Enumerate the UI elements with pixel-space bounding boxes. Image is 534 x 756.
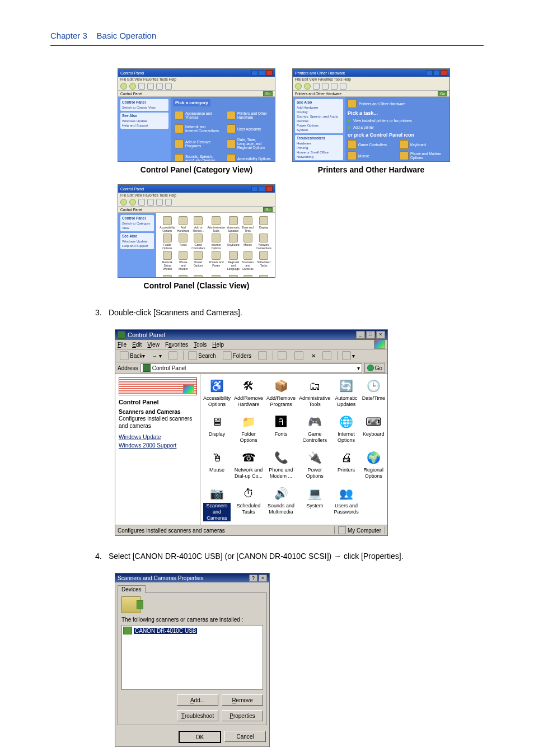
go-button[interactable]: Go — [263, 91, 273, 96]
close-icon[interactable] — [266, 186, 273, 192]
minimize-icon[interactable] — [251, 186, 258, 192]
control-panel-icon-item[interactable]: 🖨Printers — [334, 449, 359, 479]
side-link[interactable]: Sounds, Speech, and Audio Devices — [297, 114, 341, 123]
mini-menubar[interactable]: File Edit View Favorites Tools Help — [118, 193, 275, 198]
side-link[interactable]: Help and Support — [122, 244, 152, 248]
views-icon[interactable] — [165, 199, 172, 206]
maximize-button[interactable]: □ — [366, 331, 375, 339]
classic-icon-item[interactable]: Scheduled Tasks — [256, 251, 271, 274]
classic-icon-item[interactable]: Date and Time — [242, 216, 254, 232]
classic-icon-item[interactable]: Mouse — [242, 234, 254, 250]
classic-icon-item[interactable]: Network Setup Wizard — [160, 251, 175, 274]
classic-icon-item[interactable]: Taskbar and Start Menu — [227, 275, 240, 278]
windows-support-link[interactable]: Windows 2000 Support — [119, 441, 197, 450]
mini-menubar[interactable]: File Edit View Favorites Tools Help — [293, 77, 449, 82]
menu-favorites[interactable]: Favorites — [165, 342, 188, 348]
classic-icon-item[interactable]: Fonts — [177, 234, 190, 250]
menu-view[interactable]: View — [147, 342, 160, 348]
classic-icon-item[interactable]: Add Hardware — [177, 216, 190, 232]
category-item[interactable]: Add or Remove Programs — [173, 137, 221, 151]
category-item[interactable]: Accessibility Options — [225, 153, 273, 162]
classic-icon-item[interactable]: Accessibility Options — [160, 216, 175, 232]
forward-icon[interactable] — [304, 83, 311, 90]
copyto-button[interactable] — [292, 350, 307, 361]
maximize-icon[interactable] — [433, 70, 440, 76]
classic-icon-item[interactable]: Sounds and Audio Devices — [177, 275, 190, 278]
delete-button[interactable]: ✕ — [309, 352, 318, 360]
control-panel-icon-item[interactable]: 🌐Internet Options — [334, 413, 359, 444]
up-button[interactable] — [166, 350, 181, 361]
side-link[interactable]: Help and Support — [122, 123, 167, 128]
classic-icon-item[interactable]: Power Options — [191, 251, 205, 274]
control-panel-icon-item[interactable]: ♿Accessibility Options — [203, 377, 231, 408]
maximize-icon[interactable] — [259, 70, 265, 76]
control-panel-icon-item[interactable]: 📦Add/Remove Programs — [266, 377, 296, 408]
side-link[interactable]: Display — [297, 110, 341, 114]
classic-icon-item[interactable]: Administrative Tools — [207, 216, 224, 232]
cancel-button[interactable]: Cancel — [224, 731, 266, 742]
category-item[interactable]: Appearance and Themes — [173, 110, 221, 121]
cp-icon-item[interactable]: Game Controllers — [348, 140, 395, 149]
moveto-button[interactable] — [275, 350, 290, 361]
classic-icon-item[interactable]: Phone and Modem ... — [177, 251, 190, 274]
minimize-icon[interactable] — [251, 70, 258, 76]
up-icon[interactable] — [313, 83, 320, 90]
folders-icon[interactable] — [331, 83, 338, 90]
back-button[interactable]: Back ▾ — [118, 350, 147, 361]
views-button[interactable]: ▾ — [340, 350, 357, 361]
back-icon[interactable] — [120, 83, 127, 90]
device-list[interactable]: CANON DR-4010C USB — [121, 625, 263, 690]
classic-icon-item[interactable]: Scanners and Cameras — [242, 251, 254, 274]
folders-button[interactable]: Folders — [221, 350, 254, 361]
close-button[interactable]: × — [376, 331, 385, 339]
close-icon[interactable] — [266, 70, 273, 76]
category-item[interactable]: Date, Time, Language, and Regional Optio… — [225, 137, 273, 151]
classic-icon-item[interactable]: Automatic Updates — [227, 216, 240, 232]
control-panel-icon-item[interactable]: 🛠Add/Remove Hardware — [234, 377, 263, 408]
side-link[interactable]: Switch to Classic View — [122, 105, 167, 110]
window-titlebar[interactable]: Control Panel _ □ × — [115, 330, 387, 340]
side-link[interactable]: Windows Update — [122, 119, 167, 123]
windows-update-link[interactable]: Windows Update — [119, 433, 197, 441]
category-item[interactable]: Sounds, Speech, and Audio Devices — [173, 153, 221, 162]
forward-icon[interactable] — [129, 199, 136, 206]
side-link[interactable]: Home or Small Office Networking — [297, 150, 341, 159]
add-button[interactable]: Add... — [177, 694, 218, 706]
cp-icon-item[interactable]: Mouse — [348, 151, 395, 160]
classic-icon-item[interactable]: Add or Remov... — [191, 216, 205, 232]
control-panel-icon-item[interactable]: 🔌Power Options — [299, 449, 331, 479]
search-button[interactable]: Search — [186, 350, 218, 361]
control-panel-icon-item[interactable]: ☎Network and Dial-up Co... — [234, 449, 263, 479]
classic-icon-item[interactable]: Folder Options — [160, 234, 175, 250]
classic-icon-item[interactable]: Display — [256, 216, 271, 232]
back-icon[interactable] — [120, 199, 127, 206]
classic-icon-item[interactable]: Security Center — [160, 275, 175, 278]
side-link[interactable]: Switch to Category View — [122, 221, 152, 230]
task-link[interactable]: ▶View installed printers or fax printers — [348, 118, 447, 123]
control-panel-icon-item[interactable]: 🎮Game Controllers — [299, 413, 331, 444]
task-link[interactable]: ▶Add a printer — [348, 125, 447, 130]
control-panel-icon-item[interactable]: 📁Folder Options — [234, 413, 263, 444]
control-panel-icon-item[interactable]: ⌨Keyboard — [362, 413, 385, 444]
address-dropdown-icon[interactable]: ▾ — [357, 365, 360, 371]
ok-button[interactable]: OK — [179, 731, 221, 743]
side-link[interactable]: Power Options — [297, 123, 341, 128]
classic-icon-item[interactable]: Keyboard — [227, 234, 240, 250]
properties-button[interactable]: Properties — [222, 710, 263, 721]
category-item[interactable]: User Accounts — [225, 123, 273, 134]
cp-icon-item[interactable]: Keyboard — [400, 140, 447, 149]
views-icon[interactable] — [165, 83, 172, 90]
folders-icon[interactable] — [156, 83, 163, 90]
control-panel-icon-item[interactable]: 📷Scanners and Cameras — [203, 485, 231, 521]
classic-icon-item[interactable]: Network Connections — [256, 234, 271, 250]
classic-icon-item[interactable]: Internet Options — [207, 234, 224, 250]
back-icon[interactable] — [295, 83, 302, 90]
cp-icon-item[interactable]: Phone and Modem Options — [400, 151, 447, 160]
control-panel-icon-item[interactable]: 💻System — [299, 485, 331, 521]
help-button[interactable]: ? — [249, 575, 257, 582]
control-panel-icon-item[interactable]: 🌍Regional Options — [362, 449, 385, 479]
undo-button[interactable] — [320, 350, 335, 361]
side-link[interactable]: Hardware — [297, 141, 341, 146]
up-icon[interactable] — [138, 83, 145, 90]
classic-icon-item[interactable]: Game Controllers — [191, 234, 205, 250]
